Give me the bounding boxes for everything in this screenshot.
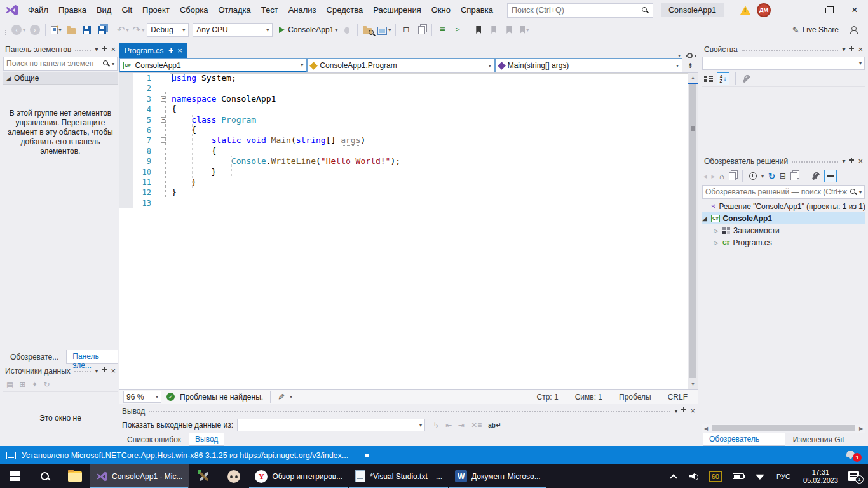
add-data-source-icon[interactable]: ▤ [6,380,13,389]
uncomment-button[interactable]: ≥ [451,22,465,37]
scroll-down-icon[interactable]: ▼ [688,379,698,389]
search-icon[interactable] [102,60,110,67]
taskbar-notepad[interactable]: *Visual Studio.txt – ... [349,464,449,488]
menu-item-10[interactable]: Расширения [368,0,426,20]
tab-output[interactable]: Вывод [189,433,224,446]
fold-toggle[interactable]: − [161,137,166,143]
code-line[interactable]: 12} [119,187,688,198]
code-line[interactable]: 9 Console.WriteLine("Hello World!"); [119,156,688,166]
code-line[interactable]: 11 } [119,177,688,187]
menu-item-4[interactable]: Проект [137,0,175,20]
code-line[interactable]: 4{ [119,104,688,114]
zoom-dropdown[interactable]: 96 %▾ [123,391,161,403]
find-in-files-button[interactable] [361,22,375,37]
window-menu-icon[interactable]: ▾ [842,46,845,53]
code-line[interactable]: 13 [119,198,688,208]
menu-item-7[interactable]: Тест [256,0,283,20]
back-icon[interactable]: ◂ [703,172,707,180]
chevron-down-icon[interactable]: ▾ [112,61,114,67]
home-icon[interactable]: ⌂ [719,172,724,181]
language-indicator[interactable]: РУС [776,473,790,480]
property-pages-icon[interactable] [742,74,750,83]
tab-git-changes[interactable]: Изменения Git — п... [787,433,865,446]
code-editor[interactable]: 1using System;23−namespace ConsoleApp14{… [119,73,698,389]
account-avatar[interactable]: ДМ [757,3,771,17]
split-window-button[interactable]: ⇟ [682,58,698,72]
restore-button[interactable] [815,0,841,20]
wifi-icon[interactable] [756,473,764,480]
menu-item-3[interactable]: Git [116,0,137,20]
window-menu-icon[interactable]: ▾ [95,46,98,53]
code-line[interactable]: 2 [119,83,688,93]
menu-item-5[interactable]: Сборка [175,0,214,20]
alphabetical-sort-icon[interactable]: AZ↓ [717,72,729,85]
next-message-icon[interactable]: ⇥ [458,421,465,430]
tree-row-dependencies[interactable]: ▷ Зависимости [702,224,865,236]
code-line[interactable]: 5− class Program [119,115,688,125]
outline-collapse-button[interactable]: ⊟ [399,22,413,37]
close-icon[interactable]: × [858,156,863,166]
window-menu-icon[interactable]: ▾ [842,158,845,165]
feedback-button[interactable] [846,22,860,37]
column-indicator[interactable]: Симв: 1 [575,393,602,402]
pin-icon[interactable] [167,48,173,53]
taskbar-clock[interactable]: 17:31 05.02.2023 [803,468,838,485]
scroll-right-icon[interactable]: ▶ [857,424,865,433]
live-share-button[interactable]: ✎ Live Share [792,25,839,35]
save-button[interactable] [79,22,93,37]
chevron-down-icon[interactable]: ▾ [761,173,764,179]
solution-name-badge[interactable]: ConsoleApp1 [661,3,724,17]
refresh-icon[interactable]: ↻ [768,172,775,181]
tray-expand-icon[interactable] [670,474,677,481]
gear-icon[interactable] [687,53,693,58]
navigate-forward-button[interactable]: › [28,22,42,37]
open-file-button[interactable] [64,22,78,37]
project-dropdown[interactable]: C# ConsoleApp1 ▾ [119,58,307,72]
battery-icon[interactable] [733,473,744,479]
close-icon[interactable]: × [111,366,116,376]
file-explorer-button[interactable] [60,464,90,488]
close-icon[interactable]: × [690,406,695,416]
tab-toolbox[interactable]: Панель эле... [66,350,118,364]
code-line[interactable]: 3−namespace ConsoleApp1 [119,94,688,104]
action-center-icon[interactable]: 1 [848,471,859,481]
platform-dropdown[interactable]: Any CPU▾ [193,23,273,37]
taskbar-visual-studio[interactable]: ConsoleApp1 - Mic... [90,464,189,488]
comment-button[interactable]: ≣ [435,22,449,37]
taskbar-word[interactable]: W Документ Microso... [449,464,547,488]
solution-search-box[interactable]: ▾ [702,185,865,199]
next-bookmark-button[interactable] [502,22,516,37]
health-check-icon[interactable]: ✓ [166,393,175,401]
output-window-icon[interactable] [6,452,16,459]
taskbar-game-app[interactable] [219,464,248,488]
configuration-dropdown[interactable]: Debug▾ [147,23,189,37]
toolbox-search-box[interactable]: ▾ [3,57,118,71]
navigate-back-button[interactable]: ‹▾ [10,22,27,37]
volume-level[interactable]: 60 [709,471,722,482]
toolbar-grip[interactable] [4,24,7,36]
menu-item-11[interactable]: Окно [426,0,456,20]
window-menu-icon[interactable]: ▾ [95,367,98,374]
tab-program-cs[interactable]: Program.cs × [119,43,187,58]
chevron-down-icon[interactable]: ▾ [290,394,292,400]
sync-with-active-document-icon[interactable] [729,172,736,180]
notifications-button[interactable]: 1 [846,449,862,462]
menu-item-12[interactable]: Справка [456,0,498,20]
spaces-indicator[interactable]: Пробелы [619,393,651,402]
menu-item-2[interactable]: Вид [92,0,117,20]
type-dropdown[interactable]: ConsoleApp1.Program ▾ [307,58,494,72]
keyboard-icon[interactable] [363,452,374,459]
pin-icon[interactable] [849,46,854,53]
tree-row-project[interactable]: ◢ C# ConsoleApp1 [702,212,865,224]
collapsed-icon[interactable]: ▷ [713,240,719,246]
properties-object-dropdown[interactable]: ▾ [702,57,865,70]
toolbox-search-input[interactable] [6,59,100,68]
scroll-up-icon[interactable]: ▲ [688,73,698,83]
code-line[interactable]: 1using System; [119,73,688,83]
close-tab-icon[interactable]: × [177,46,182,55]
document-list-icon[interactable]: ▾ [678,53,681,58]
start-button[interactable] [0,464,30,488]
forward-icon[interactable]: ▸ [712,172,715,180]
clear-bookmarks-button[interactable]: ▾ [517,22,531,37]
collapse-all-icon[interactable]: ⊟ [780,172,786,180]
